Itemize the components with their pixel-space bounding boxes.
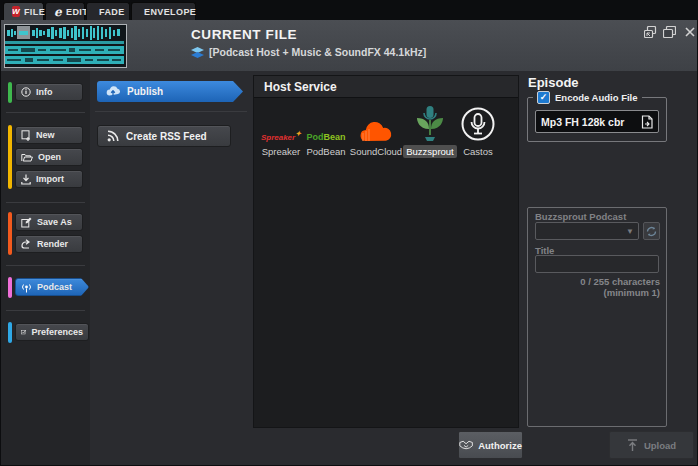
publish-menu-divider xyxy=(95,111,247,112)
upload-button[interactable]: Upload xyxy=(609,431,694,459)
float-window-icon[interactable] xyxy=(642,25,658,39)
service-label-buzzsprout: Buzzsprout xyxy=(403,145,457,158)
encode-legend: ✓ Encode Audio File xyxy=(533,91,642,104)
tab-envelope-label: ENVELOPE xyxy=(144,7,196,17)
create-rss-feed-button[interactable]: Create RSS Feed xyxy=(97,125,231,147)
app-window: W FILE e EDIT FADE ENVELOPE xyxy=(0,0,698,466)
encode-checkbox[interactable]: ✓ xyxy=(537,91,550,104)
episode-section-title: Episode xyxy=(528,75,579,90)
service-label-castos: Castos xyxy=(460,145,496,158)
waveform-thumbnail[interactable] xyxy=(4,24,127,68)
info-icon xyxy=(21,87,31,97)
format-file-icon xyxy=(641,115,653,129)
accent-bar-save xyxy=(8,212,12,255)
file-layers-icon xyxy=(191,47,204,58)
tab-fade[interactable]: FADE xyxy=(86,2,130,20)
sidebar-label-open: Open xyxy=(38,152,61,162)
refresh-icon xyxy=(646,226,657,237)
upload-icon xyxy=(627,439,638,452)
spreaker-logo-icon: Spreaker✦ xyxy=(261,104,301,142)
sidebar-label-new: New xyxy=(36,130,55,140)
soundcloud-logo-icon xyxy=(359,104,393,142)
sidebar-label-preferences: Preferences xyxy=(31,327,83,337)
handshake-icon xyxy=(459,439,473,451)
service-castos[interactable]: Castos xyxy=(454,104,502,158)
sidebar-label-render: Render xyxy=(37,239,68,249)
service-spreaker[interactable]: Spreaker✦ Spreaker xyxy=(257,104,305,158)
rss-icon xyxy=(107,130,119,142)
podcast-icon xyxy=(21,282,32,293)
sidebar-divider xyxy=(6,310,85,311)
sidebar-item-podcast[interactable]: Podcast xyxy=(15,278,89,296)
tab-fade-label: FADE xyxy=(99,7,125,17)
sidebar-item-info[interactable]: Info xyxy=(15,83,83,101)
character-counter: 0 / 255 characters (minimum 1) xyxy=(535,276,660,298)
page-title: CURRENT FILE xyxy=(191,27,297,42)
sidebar-divider xyxy=(6,202,85,203)
service-soundcloud[interactable]: SoundCloud xyxy=(347,104,405,158)
waveform-image xyxy=(5,25,124,65)
publish-button-label: Publish xyxy=(127,86,163,97)
encode-label: Encode Audio File xyxy=(555,92,638,103)
audio-format-field[interactable]: Mp3 FH 128k cbr xyxy=(535,110,659,133)
cloud-upload-icon xyxy=(106,86,120,97)
edit-icon: e xyxy=(54,6,62,18)
service-podbean[interactable]: PodBean PodBean xyxy=(302,104,350,158)
tab-edit-label: EDIT xyxy=(66,7,88,17)
podcast-menu-column: Publish Create RSS Feed xyxy=(90,71,253,466)
service-buzzsprout[interactable]: Buzzsprout xyxy=(406,104,454,158)
audio-format-value: Mp3 FH 128k cbr xyxy=(541,116,624,128)
sidebar-item-render[interactable]: Render xyxy=(15,235,83,253)
episode-title-input[interactable] xyxy=(535,255,659,273)
authorize-button[interactable]: Authorize xyxy=(458,431,523,459)
podbean-logo-icon: PodBean xyxy=(306,104,345,142)
tab-edit[interactable]: e EDIT xyxy=(45,2,85,20)
open-folder-icon xyxy=(21,153,33,162)
restore-window-icon[interactable] xyxy=(661,25,677,39)
host-service-header: Host Service xyxy=(254,76,518,98)
render-arrow-icon xyxy=(21,239,32,249)
upload-label: Upload xyxy=(644,440,676,451)
sidebar-label-podcast: Podcast xyxy=(37,282,72,292)
buzzsprout-logo-icon xyxy=(415,104,445,142)
host-service-title: Host Service xyxy=(264,80,337,94)
sidebar-item-new[interactable]: New xyxy=(15,126,83,144)
preferences-check-icon xyxy=(21,327,26,337)
host-service-panel: Host Service Spreaker✦ Spreaker PodBean … xyxy=(253,75,519,428)
accent-bar-file-ops xyxy=(8,125,12,189)
create-rss-feed-label: Create RSS Feed xyxy=(126,131,207,142)
sidebar-divider xyxy=(6,112,85,113)
close-window-icon[interactable] xyxy=(682,25,698,39)
accent-bar-podcast xyxy=(8,277,12,298)
chevron-down-icon: ▼ xyxy=(626,227,634,236)
save-as-icon xyxy=(21,217,32,228)
service-label-spreaker: Spreaker xyxy=(259,145,304,158)
current-file-name: [Podcast Host + Music & SoundFX 44.1kHz] xyxy=(209,46,426,58)
sidebar-item-save-as[interactable]: Save As xyxy=(15,213,83,231)
sidebar-item-import[interactable]: Import xyxy=(15,170,83,188)
sidebar-label-info: Info xyxy=(36,87,53,97)
service-label-soundcloud: SoundCloud xyxy=(347,145,405,158)
podcast-dropdown[interactable]: ▼ xyxy=(535,222,639,240)
sidebar-item-open[interactable]: Open xyxy=(15,148,83,166)
accent-bar-info xyxy=(8,82,12,103)
tab-envelope[interactable]: ENVELOPE xyxy=(131,2,196,20)
sidebar-divider xyxy=(6,265,85,266)
podcast-dropdown-label: Buzzsprout Podcast xyxy=(535,211,626,222)
tab-file[interactable]: W FILE xyxy=(3,2,44,20)
service-label-podbean: PodBean xyxy=(303,145,348,158)
new-document-icon xyxy=(21,130,31,141)
wavepad-logo-icon: W xyxy=(12,6,20,17)
refresh-podcasts-button[interactable] xyxy=(643,222,660,240)
sidebar-label-save-as: Save As xyxy=(37,217,72,227)
accent-bar-preferences xyxy=(8,322,12,343)
file-sidebar: Info New Open Import Save As Render xyxy=(1,71,90,466)
podcast-details-group xyxy=(527,207,667,427)
current-file-header: CURRENT FILE [Podcast Host + Music & Sou… xyxy=(1,20,698,71)
sidebar-item-preferences[interactable]: Preferences xyxy=(15,323,89,341)
tab-file-label: FILE xyxy=(24,7,45,17)
authorize-label: Authorize xyxy=(478,440,522,451)
publish-button[interactable]: Publish xyxy=(97,81,243,102)
menu-bar: W FILE e EDIT FADE ENVELOPE xyxy=(1,1,698,20)
sidebar-label-import: Import xyxy=(36,174,64,184)
